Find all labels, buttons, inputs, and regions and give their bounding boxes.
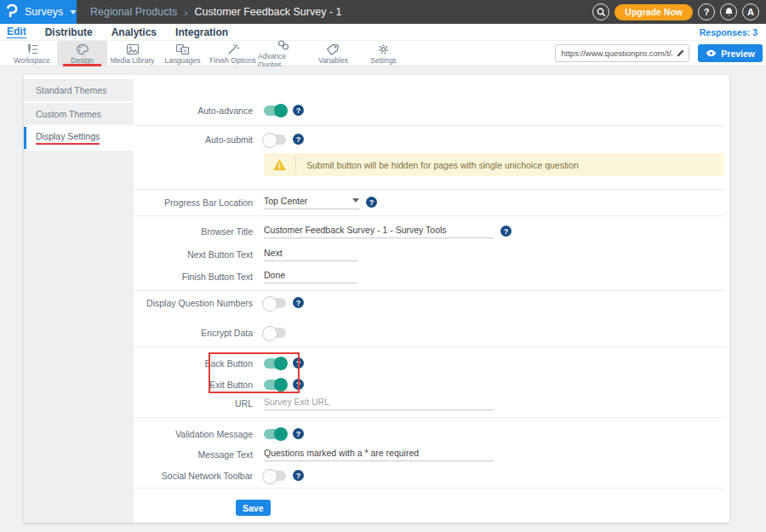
divider	[134, 215, 725, 216]
selected-option: Top Center	[264, 196, 307, 206]
next-button-text-row: Next Button Text	[134, 247, 729, 261]
bell-icon[interactable]	[720, 3, 737, 20]
tab-label: Finish Options	[209, 56, 255, 65]
tab-media-library[interactable]: Media Library	[107, 41, 157, 66]
help-icon[interactable]: ?	[293, 297, 304, 308]
browser-title-input[interactable]	[264, 225, 494, 238]
divider	[134, 417, 725, 418]
field-label: Message Text	[134, 449, 253, 460]
field-label: Encrypt Data	[134, 328, 253, 338]
sidebar-item-label: Display Settings	[36, 131, 100, 145]
social-network-toolbar-toggle[interactable]	[264, 471, 286, 481]
field-label: Finish Button Text	[134, 272, 253, 282]
preview-button[interactable]: Preview	[698, 44, 763, 62]
tab-label: Settings	[370, 56, 397, 65]
top-bar: Surveys Regional Products › Customer Fee…	[0, 0, 766, 24]
field-label: URL	[134, 398, 253, 409]
product-name: Surveys	[25, 6, 63, 18]
tab-label: Design	[71, 56, 93, 65]
pencil-icon[interactable]	[676, 46, 685, 61]
display-settings-panel: Auto-advance ? Auto-submit ?	[134, 75, 729, 523]
links-icon	[277, 39, 290, 51]
product-switcher[interactable]: Surveys	[0, 0, 77, 24]
translate-icon: xA	[175, 43, 190, 55]
edit-toolbar: Workspace Design Media Library xA Langua…	[0, 41, 766, 66]
auto-advance-row: Auto-advance ?	[134, 103, 729, 117]
nav-distribute[interactable]: Distribute	[45, 26, 93, 38]
help-icon[interactable]: ?	[366, 197, 377, 208]
breadcrumb-parent[interactable]: Regional Products	[90, 6, 177, 18]
help-button[interactable]: ?	[698, 3, 715, 20]
help-icon[interactable]: ?	[293, 470, 304, 481]
avatar[interactable]: A	[742, 3, 759, 20]
gear-icon	[377, 43, 390, 55]
message-text-input[interactable]	[264, 448, 494, 461]
nav-integration[interactable]: Integration	[175, 26, 228, 38]
help-icon[interactable]: ?	[293, 379, 304, 390]
tab-design[interactable]: Design	[57, 41, 107, 66]
wand-icon	[226, 43, 240, 55]
next-button-text-input[interactable]	[264, 248, 357, 261]
validation-message-toggle[interactable]	[264, 429, 286, 439]
nav-analytics[interactable]: Analytics	[111, 26, 157, 38]
svg-text:x: x	[179, 45, 181, 50]
tab-languages[interactable]: xA Languages	[157, 41, 208, 66]
field-label: Auto-submit	[134, 134, 253, 145]
exit-button-toggle[interactable]	[264, 380, 286, 390]
finish-button-text-row: Finish Button Text	[134, 269, 729, 283]
sidebar-filler	[24, 151, 134, 523]
help-icon[interactable]: ?	[293, 134, 304, 145]
help-icon[interactable]: ?	[500, 226, 512, 237]
save-button[interactable]: Save	[236, 500, 271, 516]
auto-submit-toggle[interactable]	[264, 134, 286, 145]
survey-exit-url-input[interactable]	[264, 397, 494, 410]
back-button-row: Back Button ?	[134, 356, 729, 370]
responses-count[interactable]: Responses: 3	[700, 27, 757, 37]
help-icon[interactable]: ?	[293, 428, 304, 439]
app-frame: Surveys Regional Products › Customer Fee…	[0, 0, 766, 532]
help-icon[interactable]: ?	[293, 105, 304, 116]
toolbar-right: Preview	[555, 41, 766, 66]
upgrade-now-button[interactable]: Upgrade Now	[615, 4, 693, 20]
survey-nav: Edit Distribute Analytics Integration Re…	[0, 24, 766, 41]
divider	[134, 488, 725, 489]
tab-finish-options[interactable]: Finish Options	[208, 41, 258, 66]
toolbar-tabs: Workspace Design Media Library xA Langua…	[7, 41, 409, 66]
sidebar-item-standard-themes[interactable]: Standard Themes	[24, 79, 134, 101]
topbar-actions: Upgrade Now ? A	[592, 3, 766, 20]
help-icon[interactable]: ?	[293, 358, 304, 369]
warning-text: Submit button will be hidden for pages w…	[306, 160, 579, 170]
warning-triangle-icon: !	[272, 158, 287, 171]
display-question-numbers-toggle[interactable]	[264, 298, 286, 308]
sidebar-item-display-settings[interactable]: Display Settings	[24, 127, 134, 149]
search-icon[interactable]	[592, 3, 609, 20]
tab-workspace[interactable]: Workspace	[7, 41, 57, 66]
tab-label: Media Library	[111, 56, 155, 65]
progress-bar-location-select[interactable]: Top Center	[264, 196, 359, 209]
validation-message-row: Validation Message ?	[134, 426, 729, 441]
tab-advance-quotas[interactable]: Advance Quotas	[258, 41, 308, 66]
field-label: Social Network Toolbar	[134, 471, 253, 481]
encrypt-data-toggle[interactable]	[264, 328, 286, 338]
sidebar-item-label: Standard Themes	[36, 85, 106, 95]
breadcrumb-current: Customer Feedback Survey - 1	[195, 6, 342, 18]
message-text-row: Message Text	[134, 447, 729, 461]
image-icon	[126, 43, 140, 55]
display-question-numbers-row: Display Question Numbers ?	[134, 295, 729, 310]
survey-url-input[interactable]	[561, 49, 672, 58]
svg-text:A: A	[184, 48, 187, 53]
nav-edit[interactable]: Edit	[7, 26, 26, 38]
warning-icon-wrap: !	[264, 157, 296, 173]
tab-variables[interactable]: Variables	[308, 41, 358, 66]
back-button-toggle[interactable]	[264, 358, 286, 369]
exit-button-row: Exit Button ?	[134, 377, 729, 392]
auto-advance-toggle[interactable]	[264, 106, 286, 116]
sidebar-item-custom-themes[interactable]: Custom Themes	[24, 103, 134, 125]
chevron-down-icon	[352, 198, 359, 203]
field-label: Validation Message	[134, 429, 253, 439]
finish-button-text-input[interactable]	[264, 270, 357, 283]
divider	[134, 346, 725, 347]
tab-settings[interactable]: Settings	[358, 41, 409, 66]
design-settings-card: Standard Themes Custom Themes Display Se…	[24, 75, 729, 523]
warning-banner: ! Submit button will be hidden for pages…	[264, 153, 723, 176]
